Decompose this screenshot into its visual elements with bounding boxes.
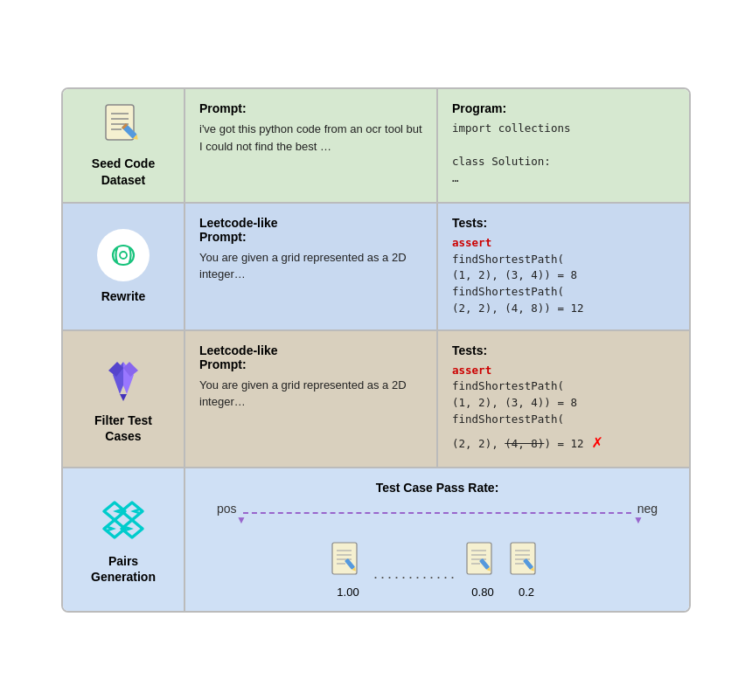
pairs-label: Pairs Generation [91,553,156,585]
row-filter: Filter Test Cases Leetcode-like Prompt: … [63,331,689,468]
filter-label: Filter Test Cases [94,412,152,444]
svg-point-8 [120,252,127,259]
filter-assert: assert [452,364,491,377]
doc-3-val: 0.2 [519,586,534,599]
filter-red-x: ✗ [592,431,602,452]
row-pairs: Pairs Generation Test Case Pass Rate: po… [63,468,689,611]
rewrite-prompt-header: Leetcode-like Prompt: [199,216,422,244]
rewrite-tests: Tests: assert findShortestPath( (1, 2), … [438,204,689,329]
filter-left: Filter Test Cases [63,331,185,467]
seed-prompt-header: Prompt: [199,101,422,115]
seed-program-header: Program: [452,101,675,115]
filter-tests-header: Tests: [452,343,675,357]
pairs-left: Pairs Generation [63,468,185,611]
seed-label: Seed Code Dataset [92,156,155,187]
filter-prompt-header: Leetcode-like Prompt: [199,343,422,371]
row-seed: Seed Code Dataset Prompt: i've got this … [63,89,689,203]
rewrite-mid: Leetcode-like Prompt: You are given a gr… [185,204,438,329]
seed-program-text: import collections class Solution: … [452,121,675,186]
seed-icon [102,103,144,149]
doc-2-icon [464,542,501,582]
pairs-content: Test Case Pass Rate: pos neg ▼ ▼ [185,468,689,611]
rewrite-tests-header: Tests: [452,216,675,230]
rewrite-label: Rewrite [101,288,146,304]
svg-marker-12 [120,394,127,401]
pos-label: pos [217,502,237,516]
rewrite-tests-text: assert findShortestPath( (1, 2), (3, 4))… [452,235,675,317]
rewrite-right-cols: Leetcode-like Prompt: You are given a gr… [185,204,689,329]
seed-program: Program: import collections class Soluti… [438,89,689,201]
rewrite-code: findShortestPath( (1, 2), (3, 4)) = 8 fi… [452,253,584,315]
doc-2: 0.80 [464,542,501,599]
row-rewrite: Rewrite Leetcode-like Prompt: You are gi… [63,204,689,331]
doc-1-val: 1.00 [337,586,359,599]
doc-1-icon [330,542,366,582]
doc-1: 1.00 [330,542,366,599]
rewrite-prompt-text: You are given a grid represented as a 2D… [199,249,422,283]
rewrite-assert: assert [452,236,491,249]
seed-mid: Prompt: i've got this python code from a… [185,89,438,201]
filter-icon [97,353,150,405]
filter-prompt-text: You are given a grid represented as a 2D… [199,377,422,411]
rewrite-left: Rewrite [63,204,185,329]
doc-3-icon [508,542,545,582]
filter-code-after: ) = 12 [544,437,583,450]
filter-code-strike: (4, 8) [505,437,544,450]
openai-icon [97,229,150,281]
seed-left: Seed Code Dataset [63,89,185,201]
doc-3: 0.2 [508,542,545,599]
main-container: Seed Code Dataset Prompt: i've got this … [61,87,691,612]
filter-right-cols: Leetcode-like Prompt: You are given a gr… [185,331,689,467]
seed-prompt-text: i've got this python code from an ocr to… [199,121,422,155]
filter-mid: Leetcode-like Prompt: You are given a gr… [185,331,438,467]
seed-right-cols: Prompt: i've got this python code from a… [185,89,689,201]
pairs-header: Test Case Pass Rate: [199,481,675,495]
pairs-dots: ............ [373,565,457,599]
pairs-icon [97,494,150,546]
doc-2-val: 0.80 [471,586,493,599]
filter-tests-text: assert findShortestPath( (1, 2), (3, 4))… [452,363,675,454]
filter-tests: Tests: assert findShortestPath( (1, 2), … [438,331,689,467]
